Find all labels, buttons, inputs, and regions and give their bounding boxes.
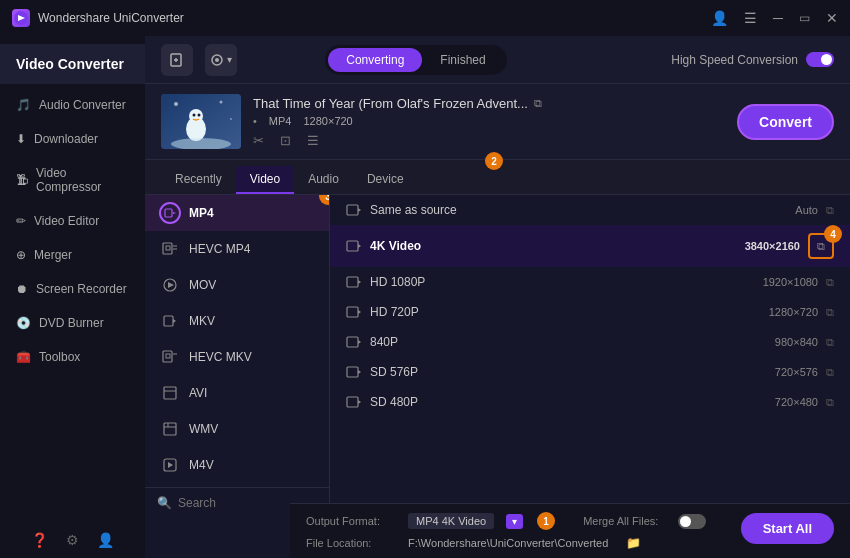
app-body: Video Converter 🎵 Audio Converter ⬇ Down… (0, 36, 850, 558)
svg-rect-23 (164, 316, 173, 326)
quality-left-same: Same as source (346, 203, 457, 217)
tab-converting[interactable]: Converting (328, 48, 422, 72)
format-item-mkv[interactable]: MKV (145, 303, 329, 339)
format-label-wmv: WMV (189, 422, 218, 436)
search-icon: 🔍 (157, 496, 172, 510)
quality-edit-same[interactable]: ⧉ (826, 204, 834, 217)
quality-item-576p[interactable]: SD 576P 720×576 ⧉ (330, 357, 850, 387)
format-label-hevc-mp4: HEVC MP4 (189, 242, 250, 256)
quality-res-720p: 1280×720 (769, 306, 818, 318)
output-format-dropdown[interactable]: ▾ (506, 514, 523, 529)
quality-res-480p: 720×480 (775, 396, 818, 408)
format-label-hevc-mkv: HEVC MKV (189, 350, 252, 364)
sidebar-label-recorder: Screen Recorder (36, 282, 127, 296)
svg-rect-28 (164, 387, 176, 399)
quality-edit-480p[interactable]: ⧉ (826, 396, 834, 409)
sidebar-item-screen-recorder[interactable]: ⏺ Screen Recorder (0, 272, 145, 306)
sidebar-item-toolbox[interactable]: 🧰 Toolbox (0, 340, 145, 374)
app-logo (12, 9, 30, 27)
merger-icon: ⊕ (16, 248, 26, 262)
settings-dropdown-button[interactable]: ▾ (205, 44, 237, 76)
downloader-icon: ⬇ (16, 132, 26, 146)
format-label-m4v: M4V (189, 458, 214, 472)
list-icon[interactable]: ☰ (307, 133, 319, 148)
merge-files-label: Merge All Files: (583, 515, 658, 527)
sidebar-item-dvd-burner[interactable]: 💿 DVD Burner (0, 306, 145, 340)
sidebar-bottom-icons: ❓ ⚙ 👤 (0, 532, 145, 548)
output-format-value: MP4 4K Video (408, 513, 494, 529)
quality-label-1080p: HD 1080P (370, 275, 425, 289)
format-item-hevc-mp4[interactable]: HEVC MP4 (145, 231, 329, 267)
svg-marker-34 (168, 462, 173, 468)
quality-label-720p: HD 720P (370, 305, 419, 319)
quality-label-same: Same as source (370, 203, 457, 217)
quality-item-720p[interactable]: HD 720P 1280×720 ⧉ (330, 297, 850, 327)
settings-icon[interactable]: ⚙ (66, 532, 79, 548)
svg-point-12 (174, 102, 178, 106)
format-item-m4v[interactable]: M4V (145, 447, 329, 483)
sidebar-active-item[interactable]: Video Converter (0, 44, 145, 84)
step-badge-2: 2 (485, 152, 503, 170)
format-label-mov: MOV (189, 278, 216, 292)
hamburger-icon[interactable]: ☰ (744, 10, 757, 26)
quality-edit-4k[interactable]: ⧉ 4 (808, 233, 834, 259)
crop-icon[interactable]: ⊡ (280, 133, 291, 148)
quality-item-same[interactable]: Same as source Auto ⧉ (330, 195, 850, 225)
tab-video[interactable]: Video (236, 166, 294, 194)
sidebar-item-downloader[interactable]: ⬇ Downloader (0, 122, 145, 156)
svg-marker-42 (358, 310, 361, 314)
sidebar-item-video-editor[interactable]: ✏ Video Editor (0, 204, 145, 238)
format-item-mp4[interactable]: MP4 3 (145, 195, 329, 231)
quality-item-480p[interactable]: SD 480P 720×480 ⧉ (330, 387, 850, 417)
restore-button[interactable]: ▭ (799, 11, 810, 25)
recorder-icon: ⏺ (16, 282, 28, 296)
quality-edit-1080p[interactable]: ⧉ (826, 276, 834, 289)
tab-finished[interactable]: Finished (422, 48, 503, 72)
tab-group: Converting Finished (325, 45, 506, 75)
tab-audio[interactable]: Audio (294, 166, 353, 194)
external-link-icon[interactable]: ⧉ (534, 97, 542, 110)
quality-right-480p: 720×480 ⧉ (775, 396, 834, 409)
format-item-wmv[interactable]: WMV (145, 411, 329, 447)
merge-files-toggle[interactable] (678, 514, 706, 529)
hevc-mkv-icon (159, 346, 181, 368)
format-item-avi[interactable]: AVI (145, 375, 329, 411)
sidebar-label-merger: Merger (34, 248, 72, 262)
quality-edit-840p[interactable]: ⧉ (826, 336, 834, 349)
high-speed-toggle[interactable] (806, 52, 834, 67)
quality-item-4k[interactable]: 4K Video 3840×2160 ⧉ 4 (330, 225, 850, 267)
search-input[interactable] (178, 496, 278, 510)
close-button[interactable]: ✕ (826, 10, 838, 26)
add-file-button[interactable] (161, 44, 193, 76)
folder-icon[interactable]: 📁 (626, 536, 641, 550)
cut-icon[interactable]: ✂ (253, 133, 264, 148)
user-icon[interactable]: 👤 (711, 10, 728, 26)
sidebar-item-video-compressor[interactable]: 🗜 Video Compressor (0, 156, 145, 204)
file-format-badge: • (253, 115, 257, 127)
quality-right-same: Auto ⧉ (795, 204, 834, 217)
tab-recently[interactable]: Recently (161, 166, 236, 194)
quality-item-1080p[interactable]: HD 1080P 1920×1080 ⧉ (330, 267, 850, 297)
quality-edit-576p[interactable]: ⧉ (826, 366, 834, 379)
quality-left-4k: 4K Video (346, 239, 421, 253)
tab-device[interactable]: Device (353, 166, 418, 194)
svg-rect-26 (166, 354, 170, 358)
file-location-label: File Location: (306, 537, 396, 549)
format-item-hevc-mkv[interactable]: HEVC MKV (145, 339, 329, 375)
quality-edit-720p[interactable]: ⧉ (826, 306, 834, 319)
svg-rect-45 (347, 367, 358, 377)
sidebar-item-audio-converter[interactable]: 🎵 Audio Converter (0, 88, 145, 122)
thumbnail-content (161, 94, 241, 149)
quality-item-840p[interactable]: 840P 980×840 ⧉ (330, 327, 850, 357)
main-content: ▾ Converting Finished High Speed Convers… (145, 36, 850, 558)
mp4-selected-circle (159, 202, 181, 224)
minimize-button[interactable]: ─ (773, 10, 783, 26)
titlebar: Wondershare UniConverter 👤 ☰ ─ ▭ ✕ (0, 0, 850, 36)
start-all-button[interactable]: Start All (741, 513, 834, 544)
account-icon[interactable]: 👤 (97, 532, 114, 548)
convert-button[interactable]: Convert (737, 104, 834, 140)
help-icon[interactable]: ❓ (31, 532, 48, 548)
sidebar-item-merger[interactable]: ⊕ Merger (0, 238, 145, 272)
format-item-mov[interactable]: MOV (145, 267, 329, 303)
tab-container: Converting Finished (325, 45, 506, 75)
